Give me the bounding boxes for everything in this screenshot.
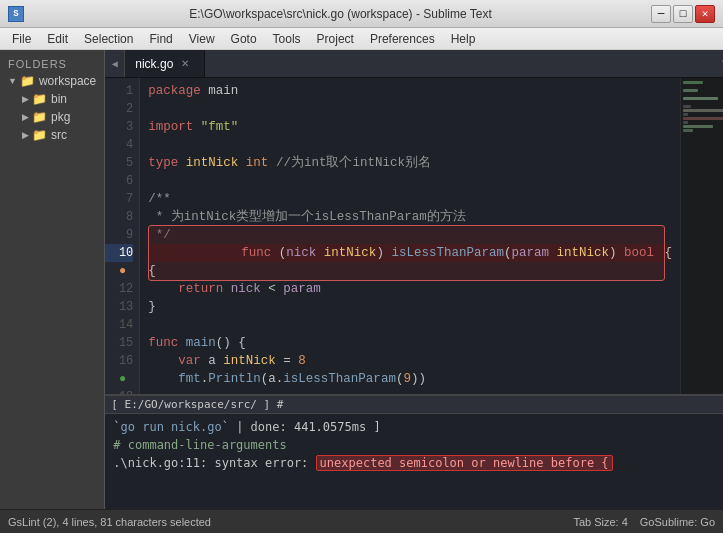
main-layout: FOLDERS ▼ 📁 workspace ▶ 📁 bin ▶ 📁 pkg ▶ … xyxy=(0,50,723,509)
folder-name-src: src xyxy=(51,128,67,142)
error-highlight: unexpected semicolon or newline before { xyxy=(316,455,613,471)
titlebar: S E:\GO\workspace\src\nick.go (workspace… xyxy=(0,0,723,28)
mini-line-10 xyxy=(683,117,723,120)
code-line-1: package main xyxy=(148,82,672,100)
code-line-3: import "fmt" xyxy=(148,118,672,136)
line-num-8: 8 xyxy=(105,208,133,226)
tab-right-arrow[interactable]: ▼ xyxy=(715,50,723,77)
code-line-10: func (nick intNick) isLessThanParam(para… xyxy=(148,244,672,262)
minimap-content xyxy=(681,78,723,135)
status-gosublime: GoSublime: Go xyxy=(640,516,715,528)
folder-icon-pkg: 📁 xyxy=(32,110,47,124)
menu-item-edit[interactable]: Edit xyxy=(39,28,76,49)
folder-icon-bin: 📁 xyxy=(32,92,47,106)
folder-name-pkg: pkg xyxy=(51,110,70,124)
code-line-6 xyxy=(148,172,672,190)
console-header-text: [ E:/GO/workspace/src/ ] # xyxy=(111,398,283,411)
tab-spacer xyxy=(205,50,715,77)
code-area: 1 2 3 4 5 6 7 8 9 10 ● 12 13 14 15 16 ● … xyxy=(105,78,723,394)
line-num-17: ● xyxy=(105,370,133,388)
code-line-4 xyxy=(148,136,672,154)
tab-left-arrow[interactable]: ◀ xyxy=(105,50,125,77)
mini-line-3 xyxy=(683,89,698,92)
line-num-7: 7 xyxy=(105,190,133,208)
code-line-18 xyxy=(148,388,672,394)
mini-line-5 xyxy=(683,97,718,100)
line-num-1: 1 xyxy=(105,82,133,100)
console-area: [ E:/GO/workspace/src/ ] # `go run nick.… xyxy=(105,394,723,509)
mini-line-12 xyxy=(683,125,713,128)
statusbar: GsLint (2), 4 lines, 81 characters selec… xyxy=(0,509,723,533)
line-num-10: 10 xyxy=(105,244,133,262)
arrow-src: ▶ xyxy=(22,130,29,140)
mini-line-1 xyxy=(683,81,703,84)
line-num-14: 14 xyxy=(105,316,133,334)
line-num-15: 15 xyxy=(105,334,133,352)
menu-item-help[interactable]: Help xyxy=(443,28,484,49)
line-num-2: 2 xyxy=(105,100,133,118)
code-line-5: type intNick int //为int取个intNick别名 xyxy=(148,154,672,172)
sidebar: FOLDERS ▼ 📁 workspace ▶ 📁 bin ▶ 📁 pkg ▶ … xyxy=(0,50,105,509)
console-line-1: `go run nick.go` | done: 441.0575ms ] xyxy=(113,418,723,436)
status-left: GsLint (2), 4 lines, 81 characters selec… xyxy=(8,516,573,528)
menu-item-file[interactable]: File xyxy=(4,28,39,49)
mini-line-11 xyxy=(683,121,688,124)
code-line-14 xyxy=(148,316,672,334)
folder-name-workspace: workspace xyxy=(39,74,96,88)
folder-icon-workspace: 📁 xyxy=(20,74,35,88)
code-line-7: /** xyxy=(148,190,672,208)
menu-item-tools[interactable]: Tools xyxy=(265,28,309,49)
code-line-2 xyxy=(148,100,672,118)
menu-item-selection[interactable]: Selection xyxy=(76,28,141,49)
line-num-6: 6 xyxy=(105,172,133,190)
code-line-12: return nick < param xyxy=(148,280,672,298)
console-line-2: # command-line-arguments xyxy=(113,436,723,454)
folder-src[interactable]: ▶ 📁 src xyxy=(0,126,104,144)
mini-line-8 xyxy=(683,109,723,112)
code-line-8: * 为intNick类型增加一个isLessThanParam的方法 xyxy=(148,208,672,226)
line-num-5: 5 xyxy=(105,154,133,172)
line-num-16: 16 xyxy=(105,352,133,370)
line-num-11: ● xyxy=(105,262,133,280)
mini-line-9 xyxy=(683,113,688,116)
code-line-13: } xyxy=(148,298,672,316)
menu-item-project[interactable]: Project xyxy=(309,28,362,49)
arrow-workspace: ▼ xyxy=(8,76,17,86)
folders-label: FOLDERS xyxy=(0,54,104,72)
console-content: `go run nick.go` | done: 441.0575ms ] # … xyxy=(105,414,723,476)
tab-nick-go[interactable]: nick.go ✕ xyxy=(125,50,205,77)
tabbar: ◀ nick.go ✕ ▼ xyxy=(105,50,723,78)
code-line-16: var a intNick = 8 xyxy=(148,352,672,370)
menu-item-find[interactable]: Find xyxy=(141,28,180,49)
folder-icon-src: 📁 xyxy=(32,128,47,142)
folder-workspace[interactable]: ▼ 📁 workspace xyxy=(0,72,104,90)
app-icon: S xyxy=(8,6,24,22)
minimize-button[interactable]: ─ xyxy=(651,5,671,23)
status-lint-text: GsLint (2), 4 lines, 81 characters selec… xyxy=(8,516,211,528)
status-right: Tab Size: 4 GoSublime: Go xyxy=(573,516,715,528)
menu-item-goto[interactable]: Goto xyxy=(223,28,265,49)
code-line-15: func main() { xyxy=(148,334,672,352)
status-tab-size: Tab Size: 4 xyxy=(573,516,627,528)
folder-pkg[interactable]: ▶ 📁 pkg xyxy=(0,108,104,126)
maximize-button[interactable]: □ xyxy=(673,5,693,23)
console-header: [ E:/GO/workspace/src/ ] # xyxy=(105,396,723,414)
arrow-pkg: ▶ xyxy=(22,112,29,122)
menu-item-view[interactable]: View xyxy=(181,28,223,49)
code-content[interactable]: package main import "fmt" type intNick i… xyxy=(140,78,680,394)
window-controls: ─ □ ✕ xyxy=(651,5,715,23)
line-num-3: 3 xyxy=(105,118,133,136)
folder-name-bin: bin xyxy=(51,92,67,106)
folder-bin[interactable]: ▶ 📁 bin xyxy=(0,90,104,108)
close-button[interactable]: ✕ xyxy=(695,5,715,23)
line-numbers: 1 2 3 4 5 6 7 8 9 10 ● 12 13 14 15 16 ● … xyxy=(105,78,140,394)
mini-line-7 xyxy=(683,105,691,108)
menu-item-preferences[interactable]: Preferences xyxy=(362,28,443,49)
editor-main: ◀ nick.go ✕ ▼ 1 2 3 4 5 6 7 8 9 10 ● xyxy=(105,50,723,509)
tab-name: nick.go xyxy=(135,57,173,71)
menubar: FileEditSelectionFindViewGotoToolsProjec… xyxy=(0,28,723,50)
tab-close-icon[interactable]: ✕ xyxy=(181,58,189,69)
line-num-9: 9 xyxy=(105,226,133,244)
line-num-13: 13 xyxy=(105,298,133,316)
minimap xyxy=(680,78,723,394)
